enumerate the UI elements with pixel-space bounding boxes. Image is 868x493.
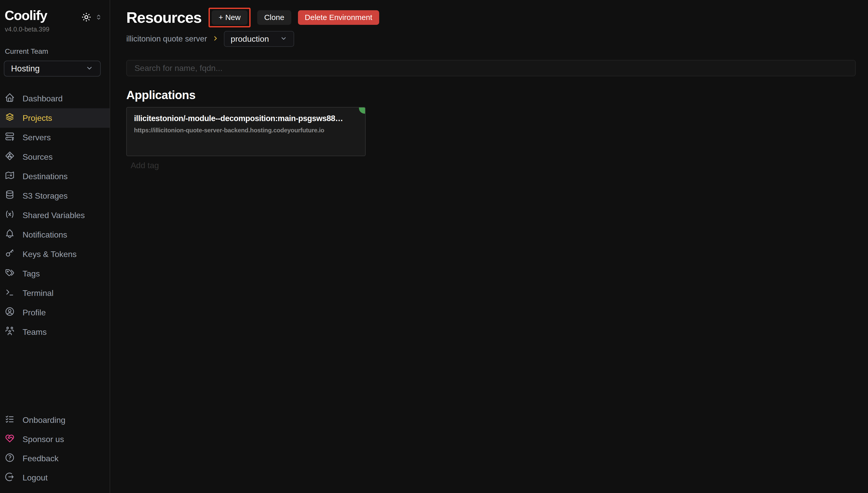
sidebar-item-teams[interactable]: Teams <box>0 322 110 342</box>
application-card[interactable]: illicitestonion/-module--decomposition:m… <box>126 107 366 156</box>
sidebar-item-notifications[interactable]: Notifications <box>0 225 110 244</box>
sidebar: Coolify v4.0.0-beta.399 Current Team Hos… <box>0 0 110 493</box>
map-icon <box>5 170 15 183</box>
chevron-down-icon <box>85 64 94 73</box>
environment-select[interactable]: production <box>224 31 294 47</box>
sidebar-item-label: Profile <box>23 308 46 317</box>
environment-select-value: production <box>231 34 269 44</box>
new-resource-button[interactable]: + New <box>212 10 247 25</box>
add-tag-button[interactable]: Add tag <box>131 161 856 170</box>
application-card-title: illicitestonion/-module--decomposition:m… <box>134 114 358 123</box>
server-icon <box>5 131 15 144</box>
sidebar-item-label: Feedback <box>23 454 59 463</box>
sidebar-item-label: Teams <box>23 327 47 337</box>
application-card-url: https://illicitonion-quote-server-backen… <box>134 127 358 134</box>
coolify-app: Coolify v4.0.0-beta.399 Current Team Hos… <box>0 0 868 493</box>
help-circle-icon <box>5 453 15 465</box>
sidebar-item-label: Servers <box>23 133 51 142</box>
sidebar-item-label: Dashboard <box>23 94 63 103</box>
layers-icon <box>5 112 15 124</box>
sidebar-item-sponsor-us[interactable]: Sponsor us <box>0 430 110 449</box>
sidebar-item-label: Shared Variables <box>23 211 85 220</box>
breadcrumb-project-link[interactable]: illicitonion quote server <box>126 34 207 44</box>
page-title: Resources <box>126 9 201 26</box>
sidebar-item-label: Notifications <box>23 230 67 240</box>
sidebar-item-logout[interactable]: Logout <box>0 468 110 487</box>
sun-icon[interactable] <box>81 12 92 23</box>
page-header: Resources + New Clone Delete Environment <box>126 6 856 29</box>
sidebar-item-profile[interactable]: Profile <box>0 303 110 322</box>
git-source-icon <box>5 151 15 163</box>
sidebar-item-label: Projects <box>23 113 52 123</box>
chevron-down-icon <box>280 35 287 43</box>
logout-icon <box>5 472 15 484</box>
database-icon <box>5 190 15 202</box>
home-icon <box>5 92 15 105</box>
sidebar-item-servers[interactable]: Servers <box>0 128 110 147</box>
sidebar-item-dashboard[interactable]: Dashboard <box>0 89 110 108</box>
clone-button[interactable]: Clone <box>257 10 291 25</box>
bell-icon <box>5 229 15 241</box>
sidebar-item-destinations[interactable]: Destinations <box>0 167 110 186</box>
sidebar-item-label: Tags <box>23 269 40 278</box>
main-content: Resources + New Clone Delete Environment… <box>110 0 868 493</box>
sidebar-item-projects[interactable]: Projects <box>0 108 110 128</box>
applications-section-title: Applications <box>126 88 856 102</box>
sidebar-item-label: Destinations <box>23 172 68 181</box>
search-row <box>126 60 856 76</box>
sidebar-item-sources[interactable]: Sources <box>0 147 110 167</box>
sidebar-item-label: Sponsor us <box>23 435 64 444</box>
annotation-highlight: + New <box>209 8 251 27</box>
team-select-value: Hosting <box>11 64 40 73</box>
sidebar-item-terminal[interactable]: Terminal <box>0 283 110 303</box>
sidebar-item-keys-tokens[interactable]: Keys & Tokens <box>0 244 110 264</box>
running-status-indicator <box>359 107 366 114</box>
sidebar-item-label: Sources <box>23 152 53 162</box>
key-icon <box>5 248 15 260</box>
users-group-icon <box>5 326 15 338</box>
team-select[interactable]: Hosting <box>4 61 101 77</box>
chevron-right-icon <box>212 35 219 43</box>
chevron-updown-icon[interactable] <box>95 13 102 21</box>
user-circle-icon <box>5 306 15 319</box>
sidebar-item-tags[interactable]: Tags <box>0 264 110 283</box>
sidebar-item-label: Onboarding <box>23 415 65 425</box>
sidebar-item-s3-storages[interactable]: S3 Storages <box>0 186 110 206</box>
sidebar-item-shared-variables[interactable]: Shared Variables <box>0 206 110 225</box>
search-input[interactable] <box>126 60 856 76</box>
checklist-icon <box>5 414 15 426</box>
variables-icon <box>5 209 15 221</box>
tags-icon <box>5 267 15 280</box>
sidebar-item-label: Keys & Tokens <box>23 250 77 259</box>
heart-handshake-icon <box>5 433 15 446</box>
sidebar-item-label: Logout <box>23 473 48 483</box>
delete-environment-button[interactable]: Delete Environment <box>298 10 379 25</box>
sidebar-nav: Dashboard Projects Ser <box>0 89 110 342</box>
app-logo: Coolify <box>5 8 47 23</box>
sidebar-item-feedback[interactable]: Feedback <box>0 449 110 468</box>
sidebar-footer: Onboarding Sponsor us Feedback <box>0 411 110 487</box>
app-version: v4.0.0-beta.399 <box>0 23 110 33</box>
breadcrumb: illicitonion quote server production <box>126 31 856 47</box>
logo-row: Coolify <box>0 0 110 23</box>
sidebar-item-onboarding[interactable]: Onboarding <box>0 411 110 430</box>
terminal-icon <box>5 287 15 299</box>
sidebar-item-label: Terminal <box>23 288 54 298</box>
sidebar-item-label: S3 Storages <box>23 191 68 201</box>
theme-switcher[interactable] <box>81 12 102 23</box>
current-team-label: Current Team <box>0 33 110 56</box>
